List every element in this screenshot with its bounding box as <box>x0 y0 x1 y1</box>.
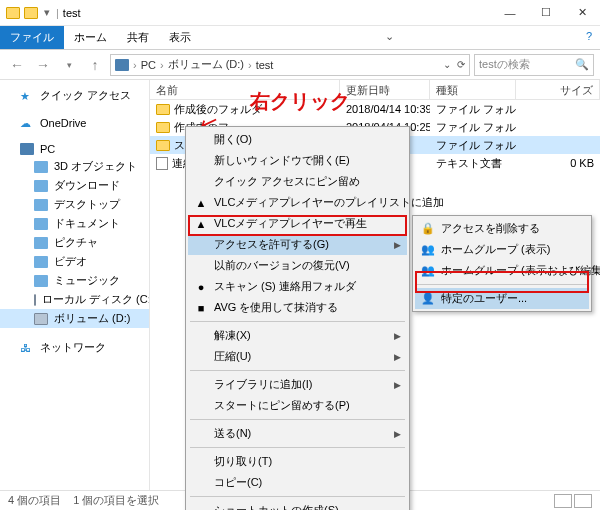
minimize-button[interactable]: — <box>492 0 528 26</box>
help-icon[interactable]: ? <box>578 26 600 49</box>
submenu-arrow-icon: ▶ <box>394 352 401 362</box>
folder-icon <box>34 237 48 249</box>
submenu-arrow-icon: ▶ <box>394 380 401 390</box>
folder-icon <box>156 122 170 133</box>
menu-item-icon: ● <box>193 281 209 293</box>
status-selected: 1 個の項目を選択 <box>73 493 159 508</box>
menu-item-icon: 🔒 <box>420 222 436 235</box>
nav-onedrive[interactable]: ☁OneDrive <box>0 115 149 131</box>
window-title: test <box>59 7 81 19</box>
maximize-button[interactable]: ☐ <box>528 0 564 26</box>
nav-pc-item[interactable]: ピクチャ <box>0 233 149 252</box>
titlebar-menu-icon[interactable]: ▾ <box>44 6 50 19</box>
titlebar: ▾ | test — ☐ ✕ <box>0 0 600 26</box>
column-headers: 名前 更新日時 種類 サイズ <box>150 80 600 100</box>
view-icons-button[interactable] <box>574 494 592 508</box>
refresh-icon[interactable]: ⌄ ⟳ <box>443 59 465 70</box>
col-date[interactable]: 更新日時 <box>340 80 430 99</box>
breadcrumb-item[interactable]: PC <box>141 59 156 71</box>
menu-item[interactable]: ■AVG を使用して抹消する <box>188 297 407 318</box>
folder-icon <box>34 199 48 211</box>
tab-share[interactable]: 共有 <box>117 26 159 49</box>
menu-item[interactable]: 以前のバージョンの復元(V) <box>188 255 407 276</box>
folder-icon <box>34 275 48 287</box>
breadcrumb-item[interactable]: test <box>256 59 274 71</box>
folder-icon <box>156 140 170 151</box>
submenu-arrow-icon: ▶ <box>394 331 401 341</box>
folder-icon <box>34 218 48 230</box>
col-name[interactable]: 名前 <box>150 80 340 99</box>
network-icon: 🖧 <box>20 342 34 354</box>
tab-home[interactable]: ホーム <box>64 26 117 49</box>
context-menu: 開く(O)新しいウィンドウで開く(E)クイック アクセスにピン留め▲VLCメディ… <box>185 126 410 510</box>
view-details-button[interactable] <box>554 494 572 508</box>
menu-item[interactable]: 圧縮(U)▶ <box>188 346 407 367</box>
menu-item[interactable]: 🔒アクセスを削除する <box>415 218 589 239</box>
search-input[interactable]: testの検索 🔍 <box>474 54 594 76</box>
nav-quick-access[interactable]: ★クイック アクセス <box>0 86 149 105</box>
menu-item[interactable]: 新しいウィンドウで開く(E) <box>188 150 407 171</box>
menu-item-icon: ▲ <box>193 197 209 209</box>
context-submenu: 🔒アクセスを削除する👥ホームグループ (表示)👥ホームグループ (表示および編集… <box>412 215 592 312</box>
breadcrumb[interactable]: › PC› ボリューム (D:)› test ⌄ ⟳ <box>110 54 470 76</box>
nav-pc-item[interactable]: デスクトップ <box>0 195 149 214</box>
tab-view[interactable]: 表示 <box>159 26 201 49</box>
search-placeholder: testの検索 <box>479 57 530 72</box>
drive-icon <box>34 313 48 325</box>
folder-icon <box>34 256 48 268</box>
back-button[interactable]: ← <box>6 54 28 76</box>
menu-item[interactable]: スタートにピン留めする(P) <box>188 395 407 416</box>
nav-pc-item[interactable]: ビデオ <box>0 252 149 271</box>
forward-button[interactable]: → <box>32 54 54 76</box>
menu-item[interactable]: 開く(O) <box>188 129 407 150</box>
nav-pane: ★クイック アクセス ☁OneDrive PC 3D オブジェクト ダウンロード… <box>0 80 150 490</box>
up-button[interactable]: ↑ <box>84 54 106 76</box>
menu-item[interactable]: ●スキャン (S) 連絡用フォルダ <box>188 276 407 297</box>
nav-pc-item[interactable]: ドキュメント <box>0 214 149 233</box>
col-size[interactable]: サイズ <box>516 80 600 99</box>
folder-icon <box>156 104 170 115</box>
ribbon-expand-icon[interactable]: ⌄ <box>377 26 402 49</box>
close-button[interactable]: ✕ <box>564 0 600 26</box>
star-icon: ★ <box>20 90 34 102</box>
file-row[interactable]: 作成後のフォルダ2018/04/14 10:39ファイル フォルダー <box>150 100 600 118</box>
address-bar: ← → ▾ ↑ › PC› ボリューム (D:)› test ⌄ ⟳ testの… <box>0 50 600 80</box>
pc-icon <box>20 143 34 155</box>
nav-pc-item[interactable]: ミュージック <box>0 271 149 290</box>
breadcrumb-item[interactable]: ボリューム (D:) <box>168 57 244 72</box>
menu-item[interactable]: ▲VLCメディアプレイヤーで再生 <box>188 213 407 234</box>
menu-item[interactable]: ライブラリに追加(I)▶ <box>188 374 407 395</box>
menu-item-icon: 👥 <box>420 243 436 256</box>
nav-pc-item[interactable]: ローカル ディスク (C:) <box>0 290 149 309</box>
nav-pc-item[interactable]: 3D オブジェクト <box>0 157 149 176</box>
folder-icon <box>34 161 48 173</box>
menu-item-icon: ■ <box>193 302 209 314</box>
menu-item[interactable]: コピー(C) <box>188 472 407 493</box>
nav-network[interactable]: 🖧ネットワーク <box>0 338 149 357</box>
cloud-icon: ☁ <box>20 117 34 129</box>
drive-icon <box>34 294 36 306</box>
recent-button[interactable]: ▾ <box>58 54 80 76</box>
menu-item[interactable]: ショートカットの作成(S) <box>188 500 407 510</box>
menu-item[interactable]: 👥ホームグループ (表示) <box>415 239 589 260</box>
tab-file[interactable]: ファイル <box>0 26 64 49</box>
menu-item-icon: ▲ <box>193 218 209 230</box>
nav-pc-item[interactable]: ダウンロード <box>0 176 149 195</box>
folder-icon <box>34 180 48 192</box>
ribbon-tabs: ファイル ホーム 共有 表示 ⌄ ? <box>0 26 600 50</box>
submenu-arrow-icon: ▶ <box>394 240 401 250</box>
menu-item[interactable]: ▲VLCメディアプレイヤーのプレイリストに追加 <box>188 192 407 213</box>
menu-item[interactable]: アクセスを許可する(G)▶ <box>188 234 407 255</box>
menu-item[interactable]: 👥ホームグループ (表示および編集) <box>415 260 589 281</box>
nav-pc[interactable]: PC <box>0 141 149 157</box>
document-icon <box>156 157 168 170</box>
nav-pc-item[interactable]: ボリューム (D:) <box>0 309 149 328</box>
menu-item[interactable]: 解凍(X)▶ <box>188 325 407 346</box>
folder-icon <box>6 7 20 19</box>
menu-item[interactable]: 👤特定のユーザー... <box>415 288 589 309</box>
menu-item[interactable]: クイック アクセスにピン留め <box>188 171 407 192</box>
menu-item[interactable]: 送る(N)▶ <box>188 423 407 444</box>
menu-item-icon: 👤 <box>420 292 436 305</box>
col-type[interactable]: 種類 <box>430 80 516 99</box>
menu-item[interactable]: 切り取り(T) <box>188 451 407 472</box>
